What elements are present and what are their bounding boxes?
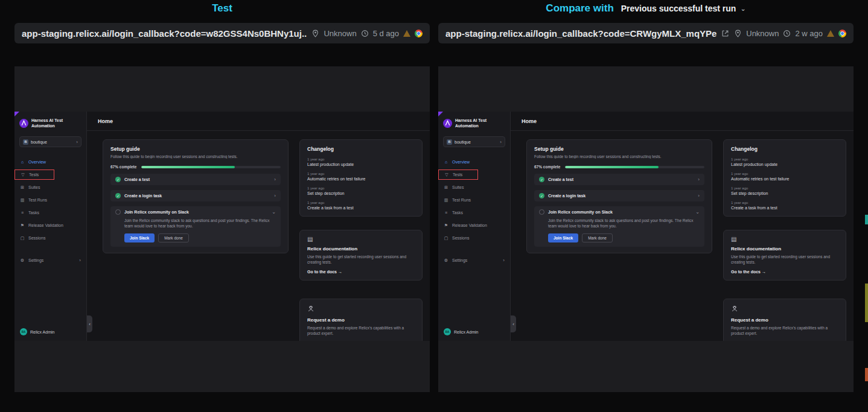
chevron-right-icon: › bbox=[274, 193, 276, 198]
location-text: Unknown bbox=[324, 29, 356, 38]
clock-icon bbox=[783, 30, 791, 37]
progress-label: 67% complete bbox=[534, 165, 560, 169]
setup-item-create-test[interactable]: ✓ Create a test › bbox=[534, 174, 704, 185]
go-to-docs-link[interactable]: Go to the docs → bbox=[731, 270, 838, 274]
sidebar-item-overview[interactable]: ⌂ Overview bbox=[438, 156, 510, 168]
demo-person-icon bbox=[731, 305, 838, 314]
join-slack-button[interactable]: Join Slack bbox=[548, 233, 578, 242]
screenshot-panel-current: Harness AI Test Automation B boutique › … bbox=[14, 66, 430, 392]
chevron-down-icon: ⌄ bbox=[272, 209, 276, 215]
setup-item-create-login-task[interactable]: ✓ Create a login task › bbox=[110, 190, 281, 201]
go-to-docs-link[interactable]: Go to the docs → bbox=[307, 270, 415, 274]
sidebar-nav: ⌂ Overview ▽ Tests ⊞ Suites ▥ Test Runs … bbox=[438, 156, 510, 267]
external-link-icon[interactable] bbox=[721, 30, 729, 37]
request-demo-card: Request a demo Request a demo and explor… bbox=[723, 299, 846, 341]
sidebar-item-tasks[interactable]: ≡ Tasks bbox=[14, 206, 86, 219]
project-badge: B bbox=[447, 139, 452, 145]
nav-label: Tests bbox=[29, 173, 39, 177]
join-slack-button[interactable]: Join Slack bbox=[124, 233, 155, 242]
slack-description: Join the Relicx community slack to ask q… bbox=[548, 218, 700, 229]
page-header: Home bbox=[511, 112, 854, 131]
sidebar-item-release-validation[interactable]: ⚑ Release Validation bbox=[14, 219, 86, 232]
check-circle-icon: ✓ bbox=[115, 193, 121, 198]
setup-guide-subtitle: Follow this guide to begin recording use… bbox=[534, 154, 704, 159]
sidebar-item-test-runs[interactable]: ▥ Test Runs bbox=[438, 194, 510, 206]
sidebar-item-tests[interactable]: ▽ Tests bbox=[438, 170, 478, 180]
mark-done-button[interactable]: Mark done bbox=[582, 233, 613, 242]
nav-label: Overview bbox=[28, 160, 46, 164]
demo-body: Request a demo and explore Relicx's capa… bbox=[731, 325, 838, 337]
minimap-strip[interactable] bbox=[865, 0, 868, 412]
sidebar-item-sessions[interactable]: ▢ Sessions bbox=[438, 232, 510, 244]
test-runs-icon: ▥ bbox=[444, 198, 448, 203]
nav-label: Tasks bbox=[452, 211, 463, 215]
nav-label: Suites bbox=[452, 185, 464, 189]
brand: Harness AI Test Automation bbox=[14, 118, 86, 128]
chevron-down-icon: ⌄ bbox=[695, 209, 700, 215]
sidebar-item-sessions[interactable]: ▢ Sessions bbox=[14, 232, 86, 244]
changelog-title: Changelog bbox=[307, 146, 415, 152]
location-text: Unknown bbox=[746, 29, 779, 38]
sidebar-nav: ⌂ Overview ▽ Tests ⊞ Suites ▥ Test Runs … bbox=[14, 156, 86, 267]
sidebar-item-tasks[interactable]: ≡ Tasks bbox=[438, 206, 510, 219]
setup-item-join-slack[interactable]: Join Relicx community on Slack ⌄ Join th… bbox=[110, 206, 281, 247]
sidebar-item-settings[interactable]: ⚙ Settings › bbox=[14, 254, 86, 267]
changelog-entry: 1 year ago Set step description bbox=[731, 186, 838, 195]
compare-header: Compare with Previous successful test ru… bbox=[438, 1, 854, 16]
nav-label: Sessions bbox=[452, 236, 469, 240]
nav-label: Release Validation bbox=[452, 223, 487, 227]
project-badge: B bbox=[23, 139, 28, 145]
progress-bar bbox=[141, 166, 281, 168]
demo-body: Request a demo and explore Relicx's capa… bbox=[307, 325, 415, 337]
app-screenshot: Harness AI Test Automation B boutique › … bbox=[438, 112, 854, 341]
tests-icon: ▽ bbox=[444, 173, 449, 177]
compare-dropdown[interactable]: Previous successful test run ⌄ bbox=[621, 4, 746, 13]
documentation-title: Relicx documentation bbox=[307, 246, 415, 252]
right-column: Changelog 1 year ago Latest production u… bbox=[723, 139, 846, 341]
documentation-card: ▤ Relicx documentation Use this guide to… bbox=[299, 230, 423, 280]
sidebar-collapse-handle[interactable]: ‹ bbox=[87, 315, 92, 332]
mark-done-button[interactable]: Mark done bbox=[158, 233, 189, 242]
setup-item-create-test[interactable]: ✓ Create a test › bbox=[110, 174, 281, 185]
setup-item-join-slack[interactable]: Join Relicx community on Slack ⌄ Join th… bbox=[534, 206, 704, 247]
app-sidebar: Harness AI Test Automation B boutique › … bbox=[438, 112, 511, 341]
project-selector[interactable]: B boutique › bbox=[443, 136, 505, 147]
changelog-title: Changelog bbox=[731, 146, 838, 152]
request-demo-card: Request a demo Request a demo and explor… bbox=[299, 299, 423, 341]
minimap-marker bbox=[865, 368, 868, 381]
changelog-entry: 1 year ago Latest production update bbox=[307, 157, 415, 166]
sidebar-item-tests[interactable]: ▽ Tests bbox=[14, 170, 54, 180]
setup-item-create-login-task[interactable]: ✓ Create a login task › bbox=[534, 190, 704, 201]
documentation-body: Use this guide to get started recording … bbox=[307, 254, 415, 265]
warning-icon bbox=[403, 30, 410, 37]
changelog-entry: 1 year ago Automatic retries on test fai… bbox=[731, 172, 838, 181]
changelog-card: Changelog 1 year ago Latest production u… bbox=[299, 139, 423, 217]
changelog-entry: 1 year ago Create a task from a test bbox=[731, 201, 838, 210]
current-test-header: Test bbox=[14, 1, 430, 16]
warning-icon bbox=[827, 30, 834, 37]
harness-logo-icon bbox=[19, 119, 28, 128]
setup-guide-card: Setup guide Follow this guide to begin r… bbox=[103, 139, 289, 253]
nav-label: Sessions bbox=[28, 236, 45, 240]
changelog-entry: 1 year ago Latest production update bbox=[731, 157, 838, 166]
sidebar-item-suites[interactable]: ⊞ Suites bbox=[14, 181, 86, 194]
empty-circle-icon bbox=[539, 209, 544, 215]
location-pin-icon bbox=[734, 30, 742, 37]
sidebar-item-test-runs[interactable]: ▥ Test Runs bbox=[14, 194, 86, 206]
brand-line2: Automation bbox=[455, 123, 487, 128]
sidebar-item-suites[interactable]: ⊞ Suites bbox=[438, 181, 510, 194]
user-profile[interactable]: RA Relicx Admin bbox=[14, 328, 86, 335]
progress-fill bbox=[565, 166, 659, 168]
sidebar-item-release-validation[interactable]: ⚑ Release Validation bbox=[438, 219, 510, 232]
chrome-icon bbox=[415, 30, 423, 37]
compare-label: Compare with bbox=[546, 2, 613, 14]
changelog-entry: 1 year ago Set step description bbox=[307, 186, 415, 195]
project-selector[interactable]: B boutique › bbox=[19, 136, 81, 147]
sidebar-collapse-handle[interactable]: ‹ bbox=[511, 315, 516, 332]
chevron-left-icon: ‹ bbox=[89, 322, 91, 327]
sidebar-item-settings[interactable]: ⚙ Settings › bbox=[438, 254, 510, 267]
progress-fill bbox=[141, 166, 235, 168]
user-profile[interactable]: RA Relicx Admin bbox=[438, 328, 510, 335]
sidebar-item-overview[interactable]: ⌂ Overview bbox=[14, 156, 86, 168]
tasks-icon: ≡ bbox=[20, 211, 25, 215]
